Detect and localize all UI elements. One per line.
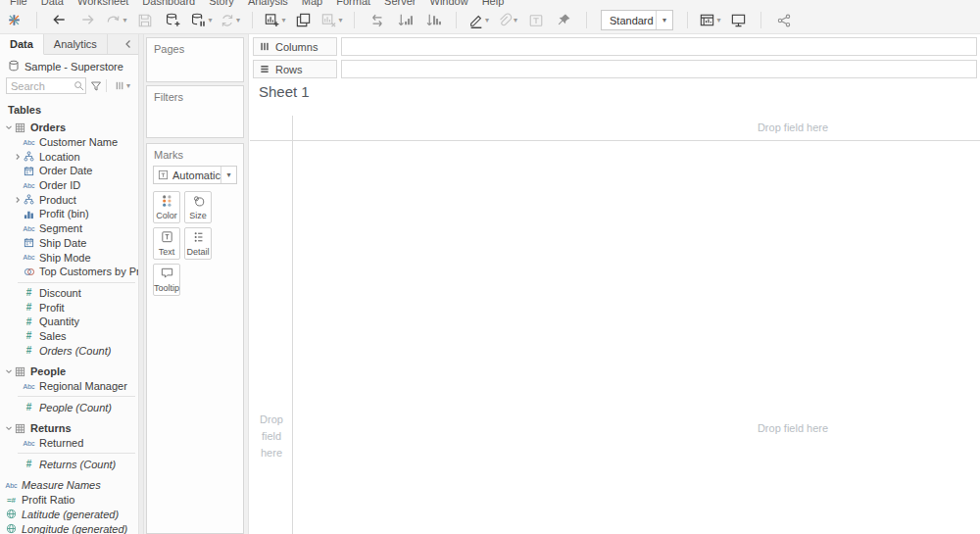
expand-icon[interactable] [13, 153, 22, 161]
save-icon [137, 13, 153, 28]
field-latitude-generated[interactable]: Latitude (generated) [0, 508, 138, 522]
datasource-item[interactable]: Sample - Superstore [0, 55, 138, 76]
field-returns-count[interactable]: #Returns (Count) [0, 457, 138, 471]
menu-map[interactable]: Map [295, 0, 329, 7]
group-members-button[interactable]: ▾ [496, 9, 518, 32]
save-button[interactable] [133, 9, 156, 32]
highlight-icon [468, 13, 484, 28]
field-location[interactable]: Location [0, 149, 138, 164]
menu-window[interactable]: Window [423, 0, 475, 7]
tableau-logo-button[interactable] [3, 9, 25, 32]
redo-button[interactable] [76, 9, 99, 32]
field-quantity[interactable]: #Quantity [0, 315, 138, 329]
worksheet-canvas: Columns Rows Sheet 1 Drop field here Dro… [248, 34, 980, 534]
menu-server[interactable]: Server [377, 0, 422, 7]
field-order-date[interactable]: Order Date [0, 164, 138, 178]
tab-data[interactable]: Data [0, 34, 44, 55]
duplicate-sheet-button[interactable] [292, 9, 315, 32]
rows-shelf-droparea[interactable] [341, 60, 977, 78]
collapse-icon[interactable] [4, 424, 13, 432]
field-orders[interactable]: Orders [0, 121, 138, 135]
field-sales[interactable]: #Sales [0, 329, 138, 344]
field-ship-date[interactable]: Ship Date [0, 236, 138, 251]
swap-rows-columns-button[interactable] [366, 9, 388, 32]
mark-type-dropdown[interactable]: Automatic ▾ [153, 166, 237, 184]
refresh-data-button[interactable]: ▾ [219, 9, 241, 32]
highlight-button[interactable]: ▾ [467, 9, 490, 32]
field-ship-mode[interactable]: AbcShip Mode [0, 250, 138, 265]
tab-analytics[interactable]: Analytics [44, 34, 108, 54]
field-customer-name[interactable]: AbcCustomer Name [0, 135, 138, 150]
replay-button[interactable]: ▾ [105, 9, 127, 32]
menu-file[interactable]: File [3, 0, 34, 7]
field-regional-manager[interactable]: AbcRegional Manager [0, 379, 138, 394]
field-people-count[interactable]: #People (Count) [0, 400, 138, 414]
toolbar-separator [687, 12, 688, 28]
drop-field-here-center[interactable]: Drop field here [739, 422, 847, 434]
marks-text-button[interactable]: Text [153, 227, 180, 260]
replay-icon [105, 12, 122, 28]
undo-button[interactable] [48, 9, 71, 32]
new-worksheet-icon [264, 12, 280, 28]
marks-detail-button[interactable]: Detail [184, 227, 212, 260]
drop-field-here-left[interactable]: Drop field here [251, 412, 292, 461]
field-product[interactable]: Product [0, 192, 138, 207]
toolbar-separator [252, 12, 253, 28]
new-worksheet-button[interactable]: ▾ [264, 9, 286, 32]
abc-icon: Abc [22, 383, 36, 390]
menu-analysis[interactable]: Analysis [241, 0, 295, 7]
field-returned[interactable]: AbcReturned [0, 436, 138, 451]
fit-selector-dropdown[interactable]: Standard▾ [601, 10, 673, 30]
menu-dashboard[interactable]: Dashboard [135, 0, 202, 7]
field-discount[interactable]: #Discount [0, 286, 138, 301]
marks-tooltip-button[interactable]: Tooltip [153, 264, 180, 296]
field-order-id[interactable]: AbcOrder ID [0, 178, 138, 193]
sheet-title[interactable]: Sheet 1 [259, 83, 310, 100]
marks-color-button[interactable]: Color [153, 191, 180, 223]
set-icon [22, 267, 36, 277]
field-orders-count[interactable]: #Orders (Count) [0, 343, 138, 358]
chevron-down-icon: ▾ [338, 16, 342, 24]
tab-data-label: Data [10, 38, 33, 50]
collapse-pane-button[interactable] [108, 34, 138, 54]
field-top-customers-by-profit[interactable]: Top Customers by Profit [0, 265, 138, 279]
drop-field-here-top[interactable]: Drop field here [739, 121, 847, 133]
abc-icon: Abc [4, 482, 19, 489]
field-returns[interactable]: Returns [0, 421, 138, 436]
pages-shelf[interactable]: Pages [146, 37, 244, 82]
columns-shelf-droparea[interactable] [341, 37, 977, 56]
table-icon [13, 423, 27, 434]
filters-shelf[interactable]: Filters [146, 85, 244, 138]
view-options-button[interactable]: ▾ [115, 80, 130, 91]
field-measure-names[interactable]: AbcMeasure Names [0, 478, 138, 493]
menu-help[interactable]: Help [475, 0, 512, 7]
field-segment[interactable]: AbcSegment [0, 221, 138, 236]
pause-auto-updates-button[interactable]: ▾ [190, 9, 213, 32]
field-profit[interactable]: #Profit [0, 300, 138, 315]
field-spacer [0, 471, 138, 478]
show-hide-cards-icon [699, 12, 715, 28]
filter-fields-button[interactable] [90, 80, 102, 92]
sort-ascending-button[interactable] [394, 9, 416, 32]
menu-data[interactable]: Data [34, 0, 71, 7]
fit-selector-value: Standard [602, 11, 656, 29]
menu-story[interactable]: Story [202, 0, 241, 7]
collapse-icon[interactable] [4, 123, 13, 131]
presentation-mode-button[interactable] [727, 9, 750, 32]
sort-descending-button[interactable] [422, 9, 445, 32]
field-people[interactable]: People [0, 364, 138, 379]
menu-worksheet[interactable]: Worksheet [71, 0, 135, 7]
expand-icon[interactable] [13, 196, 22, 204]
clear-sheet-button[interactable]: ▾ [320, 9, 343, 32]
field-profit-bin[interactable]: Profit (bin) [0, 207, 138, 221]
menu-format[interactable]: Format [329, 0, 377, 7]
fix-axes-button[interactable] [553, 9, 575, 32]
new-data-source-button[interactable] [162, 9, 184, 32]
show-mark-labels-button[interactable] [524, 9, 547, 32]
show-hide-cards-button[interactable]: ▾ [699, 9, 721, 32]
field-longitude-generated[interactable]: Longitude (generated) [0, 521, 138, 534]
marks-size-button[interactable]: Size [184, 191, 212, 223]
collapse-icon[interactable] [4, 367, 13, 375]
share-workbook-button[interactable] [772, 9, 795, 32]
field-profit-ratio[interactable]: =#Profit Ratio [0, 493, 138, 508]
